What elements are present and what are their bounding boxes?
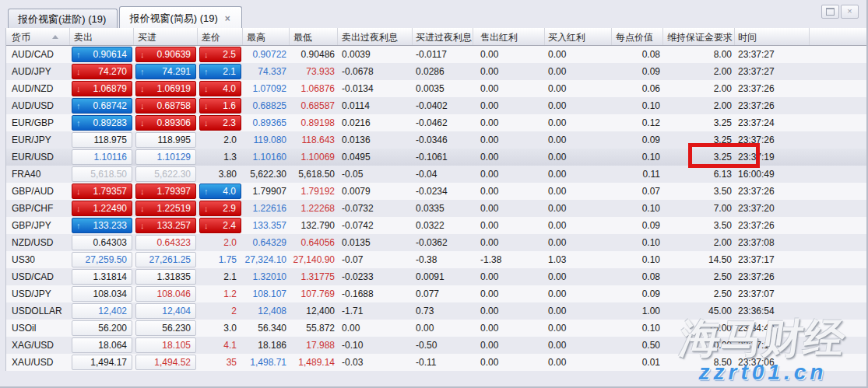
- sell-price-cell[interactable]: 1,494.17: [72, 355, 132, 370]
- price-value: 2.1: [209, 66, 241, 77]
- buy-price-cell[interactable]: 108.046: [135, 286, 196, 302]
- quote-row[interactable]: AUD/NZD↓1.06879↓1.06919↓4.01.070921.0687…: [6, 80, 868, 97]
- buy-price-cell[interactable]: 1.10129: [135, 149, 196, 165]
- column-header-margin[interactable]: 维持保证金要求: [663, 28, 735, 45]
- time-value: 23:37:06: [735, 357, 810, 368]
- tab-quote-simple[interactable]: 报价视窗(简易) (19)×: [119, 6, 241, 28]
- quote-row[interactable]: USDOLLAR12,40212,404212,40812,400-1.710.…: [6, 302, 868, 320]
- low-value: 0.89198: [290, 117, 338, 128]
- buy-price-cell[interactable]: ↓0.90639: [135, 47, 196, 62]
- sell-price-cell[interactable]: 27,259.50: [72, 252, 132, 267]
- buy-price-cell[interactable]: ↓1.22519: [135, 201, 196, 216]
- close-button[interactable]: ×: [841, 5, 859, 19]
- sell-price-cell[interactable]: 56.200: [72, 320, 132, 336]
- sell-price-cell[interactable]: ↑133.233: [72, 218, 132, 233]
- buy-price-cell[interactable]: 0.64323: [135, 235, 196, 250]
- column-header-spread[interactable]: 差价: [198, 28, 243, 45]
- column-header-sell-rollover[interactable]: 卖出过夜利息: [338, 28, 413, 45]
- quote-row[interactable]: XAG/USD18.06418.1054.118.18617.988-0.10-…: [6, 337, 868, 354]
- buy-price-cell[interactable]: 1,494.52: [135, 355, 196, 370]
- spread-cell[interactable]: ↓2.4: [199, 218, 241, 233]
- sell-price-cell[interactable]: ↓1.06879: [72, 81, 132, 96]
- price-value: 27,259.50: [72, 254, 132, 265]
- tab-quote-advanced[interactable]: 报价视窗(进阶) (19): [8, 9, 118, 28]
- spread-cell[interactable]: ↑4.0: [199, 184, 241, 199]
- quote-row[interactable]: USD/CAD1.318141.318352.11.320101.31775-0…: [6, 268, 868, 285]
- buy-price-cell[interactable]: ↓0.68758: [135, 98, 196, 114]
- sell-price-cell[interactable]: 118.975: [72, 132, 132, 148]
- spread-cell: 2.1: [198, 271, 243, 282]
- buy-price-cell[interactable]: 5,622.30: [135, 166, 196, 182]
- sell-price-cell[interactable]: 5,618.50: [72, 166, 132, 182]
- sell-price-cell[interactable]: ↓1.79357: [72, 184, 132, 199]
- sell-price-cell[interactable]: 18.064: [72, 337, 132, 353]
- sell-price-cell[interactable]: 1.31814: [72, 269, 132, 285]
- column-header-low[interactable]: 最低: [290, 28, 338, 45]
- time-value: 23:34:49: [735, 323, 810, 334]
- quote-row[interactable]: US3027,259.5027,261.251.7527,324.1027,14…: [6, 251, 868, 268]
- sell-price-cell[interactable]: ↑0.89283: [72, 115, 132, 131]
- sell-price-cell[interactable]: 0.64303: [72, 235, 132, 250]
- quote-row[interactable]: EUR/GBP↑0.89283↓0.89306↓2.30.893650.8919…: [6, 114, 868, 131]
- buy-price-cell[interactable]: ↓1.06919: [135, 81, 196, 96]
- buy-price-cell[interactable]: 12,404: [135, 303, 196, 319]
- buy-price-cell[interactable]: ↓0.89306: [135, 115, 196, 131]
- sell-price-cell[interactable]: ↓1.22490: [72, 201, 132, 216]
- sell-rollover-value: -0.0678: [338, 66, 413, 77]
- quote-row[interactable]: GBP/CHF↓1.22490↓1.22519↓2.91.226161.2226…: [6, 200, 868, 217]
- sell-price-cell[interactable]: ↑0.68742: [72, 98, 132, 114]
- buy-rollover-value: 0.00: [413, 323, 473, 334]
- quote-row[interactable]: GBP/AUD↓1.79357↓1.79397↑4.01.799071.7919…: [6, 183, 868, 200]
- quote-row[interactable]: USD/JPY108.034108.0461.2108.107107.769-0…: [6, 285, 868, 302]
- column-header-buy-dividend[interactable]: 买入红利: [545, 28, 612, 45]
- quote-row[interactable]: AUD/CAD↑0.90614↓0.90639↓2.50.907220.9048…: [6, 46, 868, 63]
- column-header-sell[interactable]: 卖出: [70, 28, 134, 45]
- sell-price-cell[interactable]: 12,402: [72, 303, 132, 319]
- price-value: 0.89306: [145, 117, 196, 128]
- low-value: 0.90486: [290, 49, 338, 60]
- maximize-button[interactable]: [821, 5, 839, 19]
- spread-cell[interactable]: ↑2.1: [199, 64, 241, 79]
- spread-cell[interactable]: ↓2.9: [199, 201, 241, 216]
- sell-dividend-value: 0.00: [473, 66, 545, 77]
- column-header-buy-rollover[interactable]: 买进过夜利息: [413, 28, 473, 45]
- spread-cell[interactable]: ↓4.0: [199, 81, 241, 96]
- buy-price-cell[interactable]: 27,261.25: [135, 252, 196, 267]
- buy-price-cell[interactable]: 56.230: [135, 320, 196, 336]
- column-header-buy[interactable]: 买进: [134, 28, 198, 45]
- spread-cell[interactable]: ↓1.6: [199, 98, 241, 114]
- down-arrow-icon: ↓: [200, 51, 209, 59]
- spread-cell: 2: [198, 306, 243, 316]
- quote-row[interactable]: AUD/JPY↓74.270↑74.291↑2.174.33773.933-0.…: [6, 63, 868, 80]
- sell-dividend-value: 0.00: [473, 100, 545, 111]
- buy-price-cell[interactable]: ↑74.291: [135, 64, 196, 79]
- spread-cell: 35: [198, 357, 243, 368]
- column-header-high[interactable]: 最高: [243, 28, 290, 45]
- quote-row[interactable]: FRA405,618.505,622.303.805,622.305,618.5…: [6, 166, 868, 183]
- column-header-time[interactable]: 时间: [735, 28, 810, 45]
- sell-price-cell[interactable]: 108.034: [72, 286, 132, 302]
- quote-row[interactable]: NZD/USD0.643030.643232.00.643290.640560.…: [6, 234, 868, 251]
- buy-price-cell[interactable]: ↓1.79397: [135, 184, 196, 199]
- tab-close-icon[interactable]: ×: [225, 13, 230, 24]
- quote-row[interactable]: AUD/USD↑0.68742↓0.68758↓1.60.688250.6858…: [6, 97, 868, 114]
- quote-row[interactable]: GBP/JPY↑133.233↓133.257↓2.4133.357132.79…: [6, 217, 868, 234]
- buy-price-cell[interactable]: 18.105: [135, 337, 196, 353]
- sell-price-cell[interactable]: ↑0.90614: [72, 47, 132, 62]
- margin-requirement-value: 7.00: [663, 203, 735, 214]
- buy-price-cell[interactable]: 118.995: [135, 132, 196, 148]
- buy-price-cell[interactable]: ↓133.257: [135, 218, 196, 233]
- buy-rollover-value: 0.73: [413, 306, 473, 316]
- price-value: 0.68742: [81, 100, 132, 111]
- sell-price-cell[interactable]: ↓74.270: [72, 64, 132, 79]
- column-header-currency[interactable]: 货币: [6, 28, 70, 45]
- column-header-pip-cost[interactable]: 每点价值: [612, 28, 663, 45]
- quote-row[interactable]: XAU/USD1,494.171,494.52351,498.711,489.1…: [6, 354, 868, 371]
- spread-cell[interactable]: ↓2.5: [199, 47, 241, 62]
- sell-price-cell[interactable]: 1.10116: [72, 149, 132, 165]
- spread-cell[interactable]: ↓2.3: [199, 115, 241, 131]
- column-header-sell-dividend[interactable]: 售出红利: [473, 28, 545, 45]
- quote-row[interactable]: USOil56.20056.2303.056.34055.8720.000.00…: [6, 320, 868, 337]
- buy-price-cell[interactable]: 1.31835: [135, 269, 196, 285]
- spread-cell: 3.0: [198, 323, 243, 334]
